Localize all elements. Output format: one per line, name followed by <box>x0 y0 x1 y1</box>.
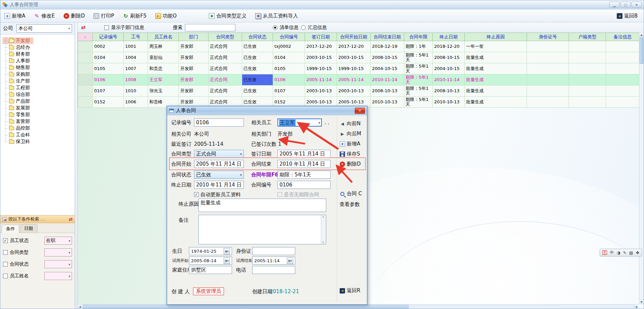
employee-select[interactable]: 王立军▾ <box>277 118 322 127</box>
scroll-down-icon[interactable]: ▼ <box>639 300 644 304</box>
cell-end-date[interactable]: 2018-12-19 <box>371 41 404 52</box>
calendar-icon[interactable]: ▦▾ <box>287 258 293 264</box>
ime-icon[interactable]: ✥ <box>636 250 639 255</box>
cell-start-date[interactable]: 2005-11-14 <box>337 74 371 85</box>
list-info-radio[interactable] <box>273 25 277 30</box>
cell-census-type[interactable] <box>569 97 606 108</box>
cell-dept[interactable]: 开发部 <box>179 52 209 63</box>
table-row[interactable]: 0002 1001 周玉林 开发部 正式合同 已生效 txj0002 2017-… <box>78 41 640 52</box>
cell-contract-status[interactable]: 已生效 <box>242 41 273 52</box>
cell-remark[interactable] <box>606 97 640 108</box>
start-date-input[interactable]: 2005 年11 月14 日 <box>194 160 244 168</box>
cell-id-no[interactable] <box>527 52 569 63</box>
trial-start-input[interactable]: 2005-08-14▦▾ <box>189 256 232 265</box>
close-button[interactable]: ✕ <box>632 2 642 8</box>
tree-item-department[interactable]: 生产部 <box>2 78 75 84</box>
contract-status-select[interactable]: ▾ <box>44 260 72 268</box>
cell-record-no[interactable]: 0152 <box>93 97 124 108</box>
record-no-input[interactable]: 0106 <box>194 118 244 127</box>
no-limit-option[interactable]: 是否无期限合同 <box>277 191 319 199</box>
cell-emp-no[interactable]: 1001 <box>124 41 148 52</box>
dialog-back-button[interactable]: 返回R <box>340 287 360 294</box>
contract-years-input[interactable]: 期限：5年1天 <box>277 171 331 179</box>
cell-term-reason[interactable]: 批量生成 <box>465 97 527 108</box>
cell-remark[interactable] <box>606 74 640 85</box>
cell-census-type[interactable] <box>569 74 606 85</box>
cell-remark[interactable] <box>606 52 640 63</box>
cell-contract-years[interactable]: 期限：5年1天 <box>404 85 433 97</box>
column-header[interactable]: 合同编号 <box>273 33 305 41</box>
scroll-up-icon[interactable]: ▲ <box>639 33 644 37</box>
cell-term-date[interactable]: 2018-12-20 <box>433 41 465 52</box>
cell-emp-no[interactable]: 1008 <box>124 74 148 85</box>
cell-end-date[interactable]: 2008-10-13 <box>371 85 404 97</box>
next-record-button[interactable]: 向后M <box>340 131 361 137</box>
cell-id-no[interactable] <box>527 74 569 85</box>
back-button[interactable]: 返回B <box>617 13 638 19</box>
cell-emp-name[interactable]: 童彭仙 <box>148 52 179 63</box>
column-header[interactable]: 合同开始日期 <box>337 33 371 41</box>
refresh-button[interactable]: 刷新F5 <box>123 13 146 19</box>
remark-textarea[interactable] <box>198 215 326 244</box>
calendar-icon[interactable]: ▦▾ <box>224 248 230 254</box>
show-sub-dept-checkbox[interactable] <box>104 25 109 30</box>
table-row[interactable]: 0106 1008 王立军 开发部 正式合同 已生效 0106 2005-11-… <box>78 74 640 85</box>
cell-id-no[interactable] <box>527 97 569 108</box>
cell-census-type[interactable] <box>569 63 606 74</box>
summary-info-radio[interactable] <box>301 25 306 30</box>
tree-item-department[interactable]: 产品部 <box>2 98 75 105</box>
cell-term-date[interactable]: 2004-10-15 <box>433 63 465 74</box>
cell-id-no[interactable] <box>527 41 569 52</box>
cell-contract-type[interactable]: 正式合同 <box>209 74 242 85</box>
delete-button[interactable]: 删除D <box>64 13 85 19</box>
cell-sign-date[interactable]: 2003-10-13 <box>305 85 337 97</box>
auto-update-option[interactable]: 自动更新员工资料 <box>194 191 241 199</box>
cell-remark[interactable] <box>606 63 640 74</box>
column-header[interactable]: 终止日期 <box>433 33 465 41</box>
auto-update-checkbox[interactable] <box>194 192 199 197</box>
cell-remark[interactable] <box>606 85 640 97</box>
new-button[interactable]: 新增A <box>4 13 25 19</box>
cell-contract-years[interactable]: 期限：5年1天 <box>404 97 433 108</box>
employee-more-button[interactable]: . . <box>325 118 329 127</box>
row-selector-cell[interactable] <box>78 52 93 63</box>
birthday-input[interactable]: 1974-01-25▦▾ <box>189 247 232 255</box>
vertical-scrollbar[interactable]: ▲ ▼ <box>639 33 644 304</box>
cell-dept[interactable]: 开发部 <box>179 74 209 85</box>
tree-item-department[interactable]: 总经办 <box>2 44 75 51</box>
column-header[interactable]: 记录编号 <box>93 33 124 41</box>
employee-status-select[interactable]: 在职▾ <box>44 237 72 245</box>
table-row[interactable]: 0104 1004 童彭仙 开发部 正式合同 已生效 0104 2003-10-… <box>78 52 640 63</box>
row-selector-cell[interactable] <box>78 74 93 85</box>
cell-id-no[interactable] <box>527 63 569 74</box>
row-selector-cell[interactable] <box>78 97 93 108</box>
cell-emp-name[interactable]: 和贵忠 <box>148 63 179 74</box>
end-date-input[interactable]: 2010 年11 月14 日 <box>277 160 331 168</box>
cell-term-reason[interactable]: 批量生成 <box>465 74 527 85</box>
search-input[interactable] <box>185 24 235 31</box>
cell-contract-no[interactable]: 0106 <box>273 74 305 85</box>
cell-emp-no[interactable]: 1006 <box>124 97 148 108</box>
tree-item-department[interactable]: 零售部 <box>2 111 75 118</box>
phone-input[interactable] <box>252 266 295 274</box>
employee-name-checkbox[interactable] <box>3 274 8 278</box>
cell-record-no[interactable]: 0104 <box>93 52 124 63</box>
tree-item-department[interactable]: 开发部 <box>2 37 33 44</box>
cell-term-date[interactable]: 2008-10-15 <box>433 52 465 63</box>
column-header[interactable]: 签订日期 <box>305 33 337 41</box>
column-header[interactable]: 工号 <box>124 33 148 41</box>
tab-condition[interactable]: 条件 <box>2 225 19 233</box>
cell-start-date[interactable]: 2003-10-13 <box>337 85 371 97</box>
cell-emp-name[interactable]: 张光玉 <box>148 85 179 97</box>
tree-item-department[interactable]: 工程部 <box>2 84 75 91</box>
cell-term-date[interactable]: 2010-11-14 <box>433 74 465 85</box>
cell-contract-type[interactable]: 正式合同 <box>209 52 242 63</box>
column-header[interactable]: 合同结束日期 <box>371 33 404 41</box>
contract-status-checkbox[interactable] <box>3 262 8 267</box>
maximize-button[interactable]: ▢ <box>620 2 631 8</box>
cell-contract-type[interactable]: 正式合同 <box>209 63 242 74</box>
dialog-close-button[interactable]: ✕ <box>355 108 365 114</box>
column-header[interactable]: 户籍类型 <box>569 33 606 41</box>
calendar-icon[interactable]: ▦▾ <box>224 258 230 264</box>
tree-item-department[interactable]: 综合部 <box>2 91 75 98</box>
